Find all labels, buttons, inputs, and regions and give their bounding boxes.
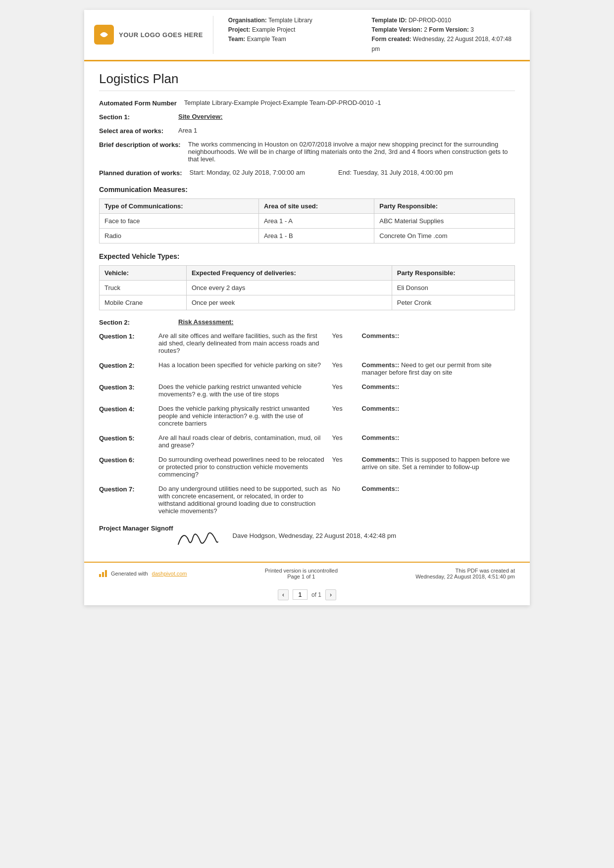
form-created-line: Form created: Wednesday, 22 August 2018,… bbox=[371, 35, 520, 53]
qa-row-1: Question 1:Are all site offices and welf… bbox=[99, 332, 515, 354]
next-page-button[interactable]: › bbox=[325, 589, 336, 600]
qa-row-6: Question 6:Do surrounding overhead power… bbox=[99, 456, 515, 478]
qa-question-2: Has a location been specified for vehicl… bbox=[158, 361, 332, 369]
qa-answer-3: Yes bbox=[332, 383, 361, 390]
table-row: Face to faceArea 1 - AABC Material Suppl… bbox=[100, 213, 515, 228]
table-row: TruckOnce every 2 daysEli Donson bbox=[100, 280, 515, 295]
header-meta: Organisation: Template Library Project: … bbox=[228, 16, 520, 54]
list-item: Area 1 - A bbox=[259, 213, 374, 228]
list-item: ABC Material Supplies bbox=[374, 213, 515, 228]
footer-center: Printed version is uncontrolled Page 1 o… bbox=[265, 568, 338, 579]
comm-measures-heading: Communication Measures: bbox=[99, 186, 515, 193]
generated-text: Generated with bbox=[111, 571, 148, 577]
comm-table: Type of Communications: Area of site use… bbox=[99, 198, 515, 243]
qa-question-4: Does the vehicle parking physically rest… bbox=[158, 405, 332, 427]
list-item: Face to face bbox=[100, 213, 259, 228]
section2-label: Section 2: bbox=[99, 318, 178, 326]
vehicle-types-heading: Expected Vehicle Types: bbox=[99, 252, 515, 260]
header-meta-left: Organisation: Template Library Project: … bbox=[228, 16, 352, 54]
qa-answer-2: Yes bbox=[332, 361, 361, 369]
qa-comments-1: Comments:: bbox=[361, 332, 515, 339]
page-text: Printed version is uncontrolled bbox=[265, 568, 338, 574]
form-number-label: Automated Form Number bbox=[99, 99, 184, 107]
qa-answer-7: No bbox=[332, 485, 361, 492]
signoff-row: Project Manager Signoff Dave Hodgson, We… bbox=[99, 525, 515, 552]
brief-desc-value: The works commencing in Houston on 02/07… bbox=[188, 141, 515, 163]
list-item: Area 1 - B bbox=[259, 228, 374, 243]
qa-row-2: Question 2:Has a location been specified… bbox=[99, 361, 515, 376]
qa-question-6: Do surrounding overhead powerlines need … bbox=[158, 456, 332, 478]
logo-area: YOUR LOGO GOES HERE bbox=[94, 16, 213, 54]
comm-table-header-row: Type of Communications: Area of site use… bbox=[100, 198, 515, 213]
list-item: Radio bbox=[100, 228, 259, 243]
comm-col3-header: Party Responsible: bbox=[374, 198, 515, 213]
qa-answer-5: Yes bbox=[332, 434, 361, 441]
comm-col2-header: Area of site used: bbox=[259, 198, 374, 213]
pdf-date: Wednesday, 22 August 2018, 4:51:40 pm bbox=[415, 574, 515, 579]
footer-right: This PDF was created at Wednesday, 22 Au… bbox=[415, 568, 515, 579]
form-number-row: Automated Form Number Template Library-E… bbox=[99, 99, 515, 107]
table-row: Mobile CraneOnce per weekPeter Cronk bbox=[100, 295, 515, 310]
project-line: Project: Example Project bbox=[228, 25, 352, 35]
signoff-label: Project Manager Signoff bbox=[99, 525, 173, 532]
vehicle-col1-header: Vehicle: bbox=[100, 265, 187, 280]
list-item: Once every 2 days bbox=[186, 280, 392, 295]
vehicle-table: Vehicle: Expected Frequency of deliverie… bbox=[99, 265, 515, 310]
page-input-area bbox=[293, 589, 307, 600]
vehicle-col2-header: Expected Frequency of deliveries: bbox=[186, 265, 392, 280]
team-line: Team: Example Team bbox=[228, 35, 352, 44]
section2-value: Risk Assessment: bbox=[178, 318, 515, 326]
list-item: Once per week bbox=[186, 295, 392, 310]
section1-value: Site Overview: bbox=[178, 113, 515, 120]
form-number-value: Template Library-Example Project-Example… bbox=[184, 99, 515, 106]
qa-label-3: Question 3: bbox=[99, 383, 158, 391]
footer: Generated with dashpivot.com Printed ver… bbox=[84, 562, 530, 584]
select-area-label: Select area of works: bbox=[99, 127, 178, 135]
section2-row: Section 2: Risk Assessment: bbox=[99, 318, 515, 326]
planned-start: Start: Monday, 02 July 2018, 7:00:00 am bbox=[190, 169, 305, 176]
vehicle-table-header-row: Vehicle: Expected Frequency of deliverie… bbox=[100, 265, 515, 280]
qa-row-4: Question 4:Does the vehicle parking phys… bbox=[99, 405, 515, 427]
template-id-line: Template ID: DP-PROD-0010 bbox=[371, 16, 520, 25]
qa-question-5: Are all haul roads clear of debris, cont… bbox=[158, 434, 332, 449]
vehicle-col3-header: Party Responsible: bbox=[392, 265, 514, 280]
footer-left: Generated with dashpivot.com bbox=[99, 570, 187, 577]
page-input[interactable] bbox=[293, 589, 307, 600]
list-item: Mobile Crane bbox=[100, 295, 187, 310]
planned-end: End: Tuesday, 31 July 2018, 4:00:00 pm bbox=[338, 169, 453, 176]
qa-comments-3: Comments:: bbox=[361, 383, 515, 390]
qa-label-4: Question 4: bbox=[99, 405, 158, 413]
qa-label-6: Question 6: bbox=[99, 456, 158, 464]
select-area-row: Select area of works: Area 1 bbox=[99, 127, 515, 135]
qa-comments-5: Comments:: bbox=[361, 434, 515, 441]
qa-row-3: Question 3:Does the vehicle parking rest… bbox=[99, 383, 515, 398]
generated-link[interactable]: dashpivot.com bbox=[152, 571, 187, 577]
of-text: of 1 bbox=[311, 591, 321, 598]
qa-answer-1: Yes bbox=[332, 332, 361, 339]
section1-label: Section 1: bbox=[99, 113, 178, 121]
qa-label-2: Question 2: bbox=[99, 361, 158, 369]
qa-section: Question 1:Are all site offices and welf… bbox=[99, 332, 515, 515]
pdf-created-text: This PDF was created at bbox=[415, 568, 515, 574]
list-item: Truck bbox=[100, 280, 187, 295]
qa-comments-6: Comments:: This is supposed to happen be… bbox=[361, 456, 515, 471]
qa-answer-4: Yes bbox=[332, 405, 361, 412]
prev-page-button[interactable]: ‹ bbox=[278, 589, 289, 600]
pagination: ‹ of 1 › bbox=[84, 584, 530, 605]
list-item: Concrete On Time .com bbox=[374, 228, 515, 243]
dashpivot-icon bbox=[99, 570, 107, 577]
qa-label-7: Question 7: bbox=[99, 485, 158, 493]
section1-row: Section 1: Site Overview: bbox=[99, 113, 515, 121]
table-row: RadioArea 1 - BConcrete On Time .com bbox=[100, 228, 515, 243]
list-item: Peter Cronk bbox=[392, 295, 514, 310]
list-item: Eli Donson bbox=[392, 280, 514, 295]
planned-duration-row: Planned duration of works: Start: Monday… bbox=[99, 169, 515, 177]
qa-label-5: Question 5: bbox=[99, 434, 158, 442]
brief-desc-label: Brief description of works: bbox=[99, 141, 188, 148]
select-area-value: Area 1 bbox=[178, 127, 515, 134]
qa-row-7: Question 7:Do any underground utilities … bbox=[99, 485, 515, 515]
logo-icon bbox=[94, 25, 114, 45]
main-content: Logistics Plan Automated Form Number Tem… bbox=[84, 61, 530, 562]
signoff-name: Dave Hodgson, Wednesday, 22 August 2018,… bbox=[233, 525, 397, 539]
signature-area bbox=[173, 525, 223, 552]
